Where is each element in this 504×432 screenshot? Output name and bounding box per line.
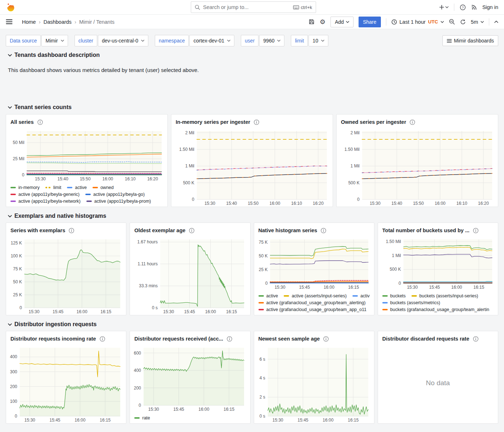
info-icon[interactable]: [37, 120, 43, 125]
breadcrumb-dashboards[interactable]: Dashboards: [44, 19, 72, 25]
info-icon[interactable]: [321, 228, 326, 233]
row-header-exemplars[interactable]: Exemplars and native histograms: [8, 213, 498, 219]
info-icon[interactable]: [254, 120, 259, 125]
timeseries-chart[interactable]: 025 K50 K75 K100 K125 K15:3015:4516:0016…: [8, 236, 124, 315]
add-button[interactable]: Add: [330, 17, 354, 27]
svg-text:16:15: 16:15: [348, 418, 359, 423]
timeseries-chart[interactable]: 0 s2 s4 s6 s15:3015:4516:0016:15: [256, 344, 372, 423]
legend-item[interactable]: limit: [45, 185, 61, 190]
datasource-dropdown[interactable]: Mimir: [41, 35, 68, 46]
chevron-down-icon: [8, 54, 12, 57]
timeseries-chart[interactable]: 0500 K1 Mil1.50 Mil2 Mil15:3015:4015:501…: [338, 127, 496, 207]
legend-item[interactable]: buckets (grafanacloud_usage_group/team_a…: [382, 307, 489, 312]
timeseries-chart[interactable]: 010020030040015:3015:4516:0016:15: [8, 344, 124, 423]
legend-item[interactable]: in-memory: [10, 185, 40, 190]
refresh-button[interactable]: [460, 19, 466, 25]
refresh-interval-dropdown[interactable]: 5m: [471, 19, 484, 25]
timeseries-chart[interactable]: 020040060015:3015:4516:0016:15: [131, 344, 248, 413]
namespace-value: cortex-dev-01: [193, 38, 224, 44]
legend-item[interactable]: active (asserts/input-series): [284, 293, 347, 298]
legend-item[interactable]: active: [258, 293, 278, 298]
timeseries-chart[interactable]: 0 s33.3 mins1.11 hours1.67 hours15:3015:…: [131, 236, 248, 315]
dashboard-description-text: This dashboard shows various metrics det…: [8, 67, 498, 73]
panel-header[interactable]: Newest seen sample age: [254, 331, 374, 343]
info-icon[interactable]: [323, 336, 329, 342]
row-header-distributor[interactable]: Distributor ingestion requests: [8, 321, 498, 328]
panel-header[interactable]: Total number of buckets used by ...: [378, 223, 498, 234]
user-dropdown[interactable]: 9960: [259, 35, 284, 46]
timeseries-chart[interactable]: 0500 K1 Mil1.50 Mil15:3015:4516:0016:15: [379, 236, 496, 291]
search-input[interactable]: Search or jump to... ctrl+k: [191, 1, 316, 13]
legend-item[interactable]: active (grafanacloud_usage_group/team_al…: [258, 300, 366, 305]
legend-item[interactable]: buckets: [382, 293, 406, 298]
collapse-toolbar-button[interactable]: [494, 21, 498, 23]
legend-label: buckets: [390, 293, 406, 298]
panel-header[interactable]: All series: [6, 114, 167, 126]
time-range-picker[interactable]: Last 1 hour UTC: [391, 19, 444, 25]
panel-header[interactable]: Oldest exemplar age: [130, 223, 250, 234]
svg-text:0: 0: [15, 414, 17, 419]
info-icon[interactable]: [189, 228, 194, 233]
mimir-dashboards-button[interactable]: Mimir dashboards: [442, 35, 498, 46]
timeseries-chart[interactable]: 025 K50 K75 K15:3015:4516:0016:15: [256, 236, 372, 291]
namespace-dropdown[interactable]: cortex-dev-01: [189, 35, 234, 46]
settings-button[interactable]: ⚙: [320, 19, 325, 25]
share-button[interactable]: Share: [359, 17, 381, 27]
divider: [386, 18, 386, 26]
legend-item[interactable]: rate: [134, 415, 150, 420]
legend-label: active (appo11y/beyla-prom): [94, 199, 151, 204]
timeseries-chart[interactable]: 025 Mil50 Mil15:3015:4015:5016:0016:1016…: [8, 127, 165, 182]
legend-item[interactable]: active (appo11y/beyla-prom): [86, 199, 151, 204]
panel-header[interactable]: Series with exemplars: [6, 223, 126, 234]
limit-dropdown[interactable]: 10: [309, 35, 328, 46]
svg-text:16:00: 16:00: [102, 176, 113, 181]
info-icon[interactable]: [473, 336, 478, 342]
panel-header[interactable]: Distributor requests incoming rate: [6, 331, 126, 343]
panel-header[interactable]: Owned series per ingester: [337, 114, 498, 126]
new-menu-button[interactable]: [439, 5, 449, 10]
grafana-logo[interactable]: [6, 3, 15, 12]
row-header-description[interactable]: Tenants dashboard description: [8, 52, 498, 58]
svg-text:15:30: 15:30: [272, 418, 283, 423]
info-icon[interactable]: [473, 228, 478, 233]
info-icon[interactable]: [410, 120, 415, 125]
info-icon[interactable]: [69, 228, 74, 233]
info-icon[interactable]: [100, 336, 105, 342]
chevron-down-icon: [8, 106, 12, 109]
news-button[interactable]: [471, 4, 477, 10]
save-dashboard-button[interactable]: [309, 19, 315, 25]
legend-swatch: [86, 201, 92, 202]
legend-item[interactable]: active (grafanacloud_usage_group/team_ap…: [258, 307, 366, 312]
svg-text:16:15: 16:15: [100, 309, 111, 314]
panel-header[interactable]: Distributor discarded requests rate: [378, 331, 498, 343]
panel-header[interactable]: In-memory series per ingester: [171, 114, 333, 126]
zoom-out-button[interactable]: [449, 19, 455, 25]
legend-item[interactable]: active (appo11y/beyla-network): [10, 199, 81, 204]
panel-header[interactable]: Distributor requests received (acc...: [130, 331, 250, 343]
legend-item[interactable]: active (appo11y/beyla-generic): [10, 192, 80, 197]
svg-text:16:15: 16:15: [226, 309, 237, 314]
svg-text:15:50: 15:50: [248, 201, 258, 206]
timeseries-chart[interactable]: 0500 K1 Mil1.50 Mil2 Mil15:3015:4015:501…: [173, 127, 330, 207]
info-icon[interactable]: [227, 336, 232, 342]
legend-item[interactable]: active: [67, 185, 87, 190]
variable-label: user: [241, 35, 258, 46]
legend-label: active: [75, 185, 87, 190]
variable-user: user 9960: [241, 35, 284, 46]
svg-text:1.11 hours: 1.11 hours: [138, 261, 158, 266]
menu-toggle-button[interactable]: [6, 19, 13, 24]
cluster-dropdown[interactable]: dev-us-central-0: [98, 35, 148, 46]
legend-item[interactable]: buckets (asserts/input-series): [411, 293, 478, 298]
legend-swatch: [258, 295, 264, 297]
sign-in-link[interactable]: Sign in: [482, 4, 498, 10]
svg-text:100: 100: [10, 399, 17, 404]
legend-item[interactable]: active (appo11y/beyla-go): [85, 192, 145, 197]
breadcrumb-home[interactable]: Home: [22, 19, 36, 25]
legend-item[interactable]: buckets (asserts/metrics): [382, 300, 440, 305]
panel-header[interactable]: Native histogram series: [254, 223, 374, 234]
legend-item[interactable]: owned: [93, 185, 114, 190]
svg-text:15:30: 15:30: [148, 407, 159, 412]
legend-item[interactable]: activ: [352, 293, 370, 298]
help-button[interactable]: ?: [460, 4, 466, 10]
row-header-series-counts[interactable]: Tenant series counts: [8, 104, 498, 111]
